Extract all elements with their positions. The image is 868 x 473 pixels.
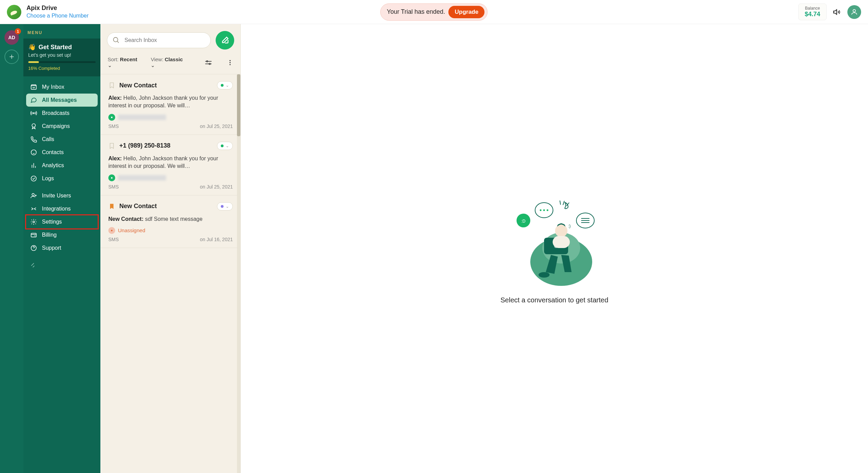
view-dropdown[interactable]: View: Classic ⌄: [151, 56, 188, 68]
sidebar-item-label: Integrations: [42, 206, 71, 212]
choose-number-link[interactable]: Choose a Phone Number: [26, 12, 89, 20]
status-dropdown[interactable]: ⌄: [217, 142, 233, 150]
sidebar-item-label: Support: [42, 245, 61, 251]
more-button[interactable]: [227, 59, 234, 66]
collapse-icon: [30, 262, 36, 268]
bookmark-icon[interactable]: [108, 142, 115, 150]
conversation-date: on Jul 25, 2021: [200, 123, 233, 129]
title-block: Apix Drive Choose a Phone Number: [26, 4, 89, 19]
sidebar-item-label: Analytics: [42, 162, 64, 169]
sidebar-item-label: All Messages: [42, 97, 77, 103]
balance-box[interactable]: Balance $4.74: [798, 3, 827, 20]
sidebar-item-analytics[interactable]: Analytics: [26, 159, 98, 172]
sidebar-item-all-messages[interactable]: All Messages: [26, 94, 98, 107]
sidebar-item-support[interactable]: Support: [26, 241, 98, 255]
svg-point-2: [32, 124, 35, 127]
svg-rect-20: [553, 236, 570, 248]
conversation-title: New Contact: [119, 82, 213, 89]
progress-bar: [28, 61, 96, 63]
conversation-item[interactable]: +1 (989) 250-8138⌄Alex: Hello, John Jack…: [101, 135, 240, 195]
sidebar-item-integrations[interactable]: Integrations: [26, 202, 98, 215]
sidebar-item-billing[interactable]: Billing: [26, 228, 98, 241]
svg-text::D: :D: [521, 219, 525, 224]
wave-icon: 👋: [28, 43, 36, 51]
workspace-avatar[interactable]: AD 1: [4, 30, 19, 45]
sidebar-item-invite-users[interactable]: Invite Users: [26, 189, 98, 202]
svg-point-26: [540, 209, 542, 211]
chevron-down-icon: ⌄: [108, 62, 112, 68]
merge-icon: [30, 205, 37, 212]
sidebar-item-campaigns[interactable]: Campaigns: [26, 120, 98, 133]
svg-point-3: [31, 150, 36, 155]
sidebar-item-logs[interactable]: Logs: [26, 172, 98, 185]
upgrade-button[interactable]: Upgrade: [448, 6, 485, 18]
sidebar-item-contacts[interactable]: Contacts: [26, 146, 98, 159]
profile-button[interactable]: [847, 5, 861, 19]
conversation-preview: New Contact: sdf Some text message: [108, 215, 233, 223]
compose-button[interactable]: [216, 31, 234, 50]
workspace-strip: AD 1: [0, 24, 23, 473]
svg-point-12: [229, 60, 230, 61]
assignee-row: ●: [108, 114, 233, 121]
face-icon: [30, 149, 37, 156]
svg-point-9: [113, 37, 118, 42]
svg-point-0: [853, 9, 855, 12]
chevron-down-icon: ⌄: [226, 83, 229, 88]
conversation-item[interactable]: New Contact⌄New Contact: sdf Some text m…: [101, 195, 240, 248]
sidebar: MENU 👋 Get Started Let's get you set up!…: [23, 24, 100, 473]
app-title: Apix Drive: [26, 4, 89, 12]
svg-point-19: [555, 225, 567, 237]
phone-icon: [30, 136, 37, 143]
filter-button[interactable]: [205, 59, 212, 66]
status-dot-icon: [221, 84, 224, 87]
conversation-preview: Alex: Hello, John Jackson thank you for …: [108, 94, 233, 110]
svg-point-28: [547, 209, 549, 211]
sound-button[interactable]: [830, 5, 844, 19]
status-dropdown[interactable]: ⌄: [217, 81, 233, 89]
broadcast-icon: [30, 110, 37, 117]
sidebar-item-settings[interactable]: Settings: [26, 215, 98, 228]
header: Apix Drive Choose a Phone Number Your Tr…: [0, 0, 868, 24]
more-vertical-icon: [227, 59, 234, 66]
empty-state-text: Select a conversation to get started: [500, 296, 608, 304]
scrollbar-thumb[interactable]: [237, 74, 240, 136]
search-input[interactable]: [107, 32, 211, 48]
collapse-sidebar-button[interactable]: [23, 259, 100, 272]
sidebar-item-label: Invite Users: [42, 193, 71, 199]
get-started-sub: Let's get you set up!: [28, 52, 96, 58]
conversation-date: on Jul 16, 2021: [200, 237, 233, 242]
nav-secondary: Invite UsersIntegrationsSettingsBillingS…: [23, 189, 100, 259]
plus-icon: [9, 54, 15, 60]
sidebar-item-label: Broadcasts: [42, 110, 69, 116]
app-logo: [7, 5, 21, 19]
bookmark-icon[interactable]: [108, 202, 115, 211]
sender-name: Alex:: [108, 155, 122, 161]
assignee-row: ●: [108, 174, 233, 181]
conversation-item[interactable]: New Contact⌄Alex: Hello, John Jackson th…: [101, 74, 240, 135]
sidebar-item-label: Settings: [42, 219, 62, 225]
svg-point-21: [539, 272, 550, 278]
inbox-panel: Sort: Recent ⌄ View: Classic ⌄ New Conta…: [100, 24, 241, 473]
sidebar-item-my-inbox[interactable]: My Inbox: [26, 80, 98, 94]
chevron-down-icon: ⌄: [151, 62, 155, 68]
bookmark-icon[interactable]: [108, 81, 115, 89]
sidebar-item-broadcasts[interactable]: Broadcasts: [26, 107, 98, 120]
menu-heading: MENU: [23, 30, 100, 39]
person-icon: ●: [108, 174, 115, 181]
get-started-title-text: Get Started: [39, 44, 72, 51]
sender-name: New Contact:: [108, 216, 143, 222]
check-circle-icon: [30, 175, 37, 182]
progress-percent: 16% Completed: [28, 66, 96, 71]
sort-dropdown[interactable]: Sort: Recent ⌄: [108, 56, 142, 68]
gear-icon: [30, 218, 37, 225]
conversation-list: New Contact⌄Alex: Hello, John Jackson th…: [101, 74, 240, 473]
channel-label: SMS: [108, 123, 119, 129]
progress-fill: [28, 61, 39, 63]
status-dropdown[interactable]: ⌄: [217, 202, 233, 211]
svg-point-10: [207, 61, 208, 62]
add-workspace-button[interactable]: [4, 50, 19, 64]
get-started-card[interactable]: 👋 Get Started Let's get you set up! 16% …: [23, 39, 100, 76]
search-icon: [112, 36, 120, 44]
status-dot-icon: [221, 144, 224, 147]
sidebar-item-calls[interactable]: Calls: [26, 133, 98, 146]
